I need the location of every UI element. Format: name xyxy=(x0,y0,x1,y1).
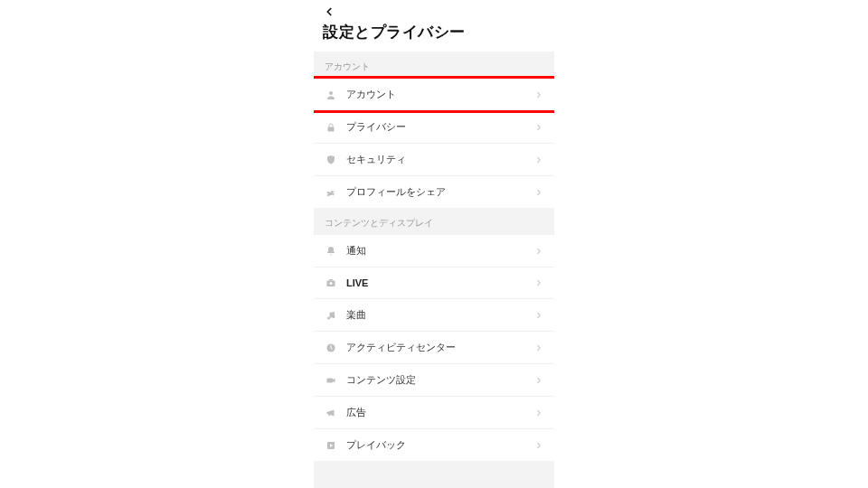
play-icon xyxy=(325,439,337,452)
chevron-right-icon xyxy=(534,155,543,164)
row-notifications[interactable]: 通知 xyxy=(314,235,554,267)
row-label: アクティビティセンター xyxy=(346,341,525,354)
svg-rect-1 xyxy=(328,127,335,131)
chevron-right-icon xyxy=(534,247,543,256)
header: 設定とプライバシー xyxy=(314,0,554,52)
row-content-settings[interactable]: コンテンツ設定 xyxy=(314,363,554,396)
row-label: コンテンツ設定 xyxy=(346,373,525,387)
row-label: 広告 xyxy=(346,406,525,419)
megaphone-icon xyxy=(325,407,337,419)
chevron-right-icon xyxy=(534,278,543,287)
back-button[interactable] xyxy=(323,4,545,22)
row-live[interactable]: LIVE xyxy=(314,267,554,298)
row-share-profile[interactable]: プロフィールをシェア xyxy=(314,175,554,208)
svg-point-4 xyxy=(330,282,333,285)
row-playback[interactable]: プレイバック xyxy=(314,428,554,461)
video-icon xyxy=(325,374,337,387)
clock-icon xyxy=(325,342,337,354)
chevron-right-icon xyxy=(534,90,543,99)
row-label: 楽曲 xyxy=(346,308,525,322)
row-label: プレイバック xyxy=(346,438,525,452)
svg-point-6 xyxy=(333,315,335,318)
row-ads[interactable]: 広告 xyxy=(314,396,554,428)
camera-icon xyxy=(325,277,337,289)
row-label: LIVE xyxy=(346,277,525,288)
row-label: プライバシー xyxy=(346,120,525,134)
chevron-right-icon xyxy=(534,376,543,385)
svg-point-5 xyxy=(327,316,330,319)
svg-rect-8 xyxy=(327,378,334,382)
row-label: プロフィールをシェア xyxy=(346,185,525,199)
shield-icon xyxy=(325,154,337,166)
share-icon xyxy=(325,186,337,199)
row-label: アカウント xyxy=(346,88,525,101)
bell-icon xyxy=(325,245,337,258)
section-label-content: コンテンツとディスプレイ xyxy=(314,208,554,235)
lock-icon xyxy=(325,121,337,134)
row-label: セキュリティ xyxy=(346,153,525,166)
chevron-right-icon xyxy=(534,408,543,418)
account-list: アカウント プライバシー セキュリティ xyxy=(314,79,554,208)
row-security[interactable]: セキュリティ xyxy=(314,143,554,175)
chevron-right-icon xyxy=(534,311,543,320)
chevron-right-icon xyxy=(534,343,543,352)
row-privacy[interactable]: プライバシー xyxy=(314,110,554,143)
row-music[interactable]: 楽曲 xyxy=(314,298,554,331)
chevron-right-icon xyxy=(534,441,543,450)
person-icon xyxy=(325,89,337,101)
chevron-left-icon xyxy=(323,5,335,18)
row-label: 通知 xyxy=(346,244,525,258)
svg-rect-3 xyxy=(329,279,333,281)
row-activity-center[interactable]: アクティビティセンター xyxy=(314,331,554,363)
section-label-account: アカウント xyxy=(314,52,554,79)
settings-screen: 設定とプライバシー アカウント アカウント プライバシー xyxy=(314,0,554,488)
page-title: 設定とプライバシー xyxy=(323,22,545,42)
content-list: 通知 LIVE 楽曲 xyxy=(314,235,554,461)
music-note-icon xyxy=(325,309,337,322)
chevron-right-icon xyxy=(534,123,543,132)
svg-point-0 xyxy=(329,91,333,95)
row-account[interactable]: アカウント xyxy=(314,79,554,110)
chevron-right-icon xyxy=(534,188,543,197)
